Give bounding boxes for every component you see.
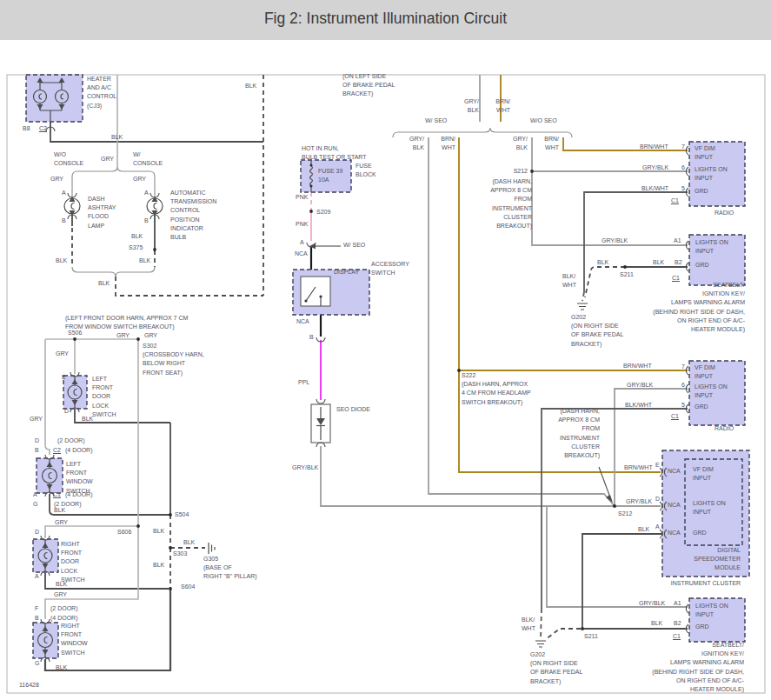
component-label-seatbelt-module: SEATBELT/ IGNITION KEY/ LAMPS WARNING AL… — [653, 281, 745, 334]
wire-label-gry: GRY — [55, 518, 68, 527]
pin-label-lights-on: LIGHTS ON INPUT — [695, 383, 728, 400]
wire-label-brnwht: BRN/WHT — [624, 463, 653, 472]
wire-label-blk: BLK — [82, 415, 93, 423]
splice-s211: S211 — [620, 270, 634, 279]
wire-label-gry: GRY — [101, 155, 114, 163]
wire-label-gry: GRY — [54, 590, 67, 599]
wire-label-gryblk: GRY/BLK — [292, 463, 318, 472]
pin-label-lights-on: LIGHTS ON INPUT — [695, 165, 728, 183]
pin-label-vf-dim: VF DIM INPUT — [695, 363, 715, 381]
pin-label-lights-on: LIGHTS ON INPUT — [695, 238, 728, 256]
terminal-d: D — [64, 407, 69, 416]
wire-label-pnk: PNK — [296, 193, 308, 202]
terminal-d: D — [35, 528, 39, 537]
wire-label-blk: BLK — [56, 663, 67, 672]
connector-c1: C1 — [673, 632, 681, 641]
wire-label-blk: BLK — [638, 525, 649, 534]
label-2door: (2 DOOR) — [57, 437, 85, 445]
branch-label-w-console: W/ CONSOLE — [133, 150, 163, 168]
pin-a1: A1 — [674, 237, 681, 245]
wire-label-blk: BLK — [111, 133, 123, 142]
wire-label-pnk: PNK — [296, 220, 308, 229]
component-label-dash-lamp: DASH ASHTRAY FLOOD LAMP — [88, 195, 116, 230]
splice-s375: S375 — [129, 243, 143, 252]
component-label-display: DISPLAY — [334, 268, 359, 277]
branch-label-wo-console: W/O CONSOLE — [54, 150, 83, 168]
wire-label-blkwht: BLK/WHT — [641, 184, 668, 193]
connector-c1: C1 — [671, 412, 679, 421]
page: Fig 2: Instrument Illumination Circuit — [0, 0, 771, 700]
splice-s212: S212 — [618, 510, 632, 518]
terminal-e: E — [62, 373, 66, 382]
component-label-right-door-lock: RIGHT FRONT DOOR LOCK SWITCH — [61, 540, 85, 584]
connector-c1: C1 — [53, 490, 61, 499]
wire-label-blk: BLK — [131, 232, 143, 241]
wire-label-nca: NCA — [668, 529, 681, 537]
pin-label-grd: GRD — [693, 529, 707, 537]
terminal-b: B — [309, 333, 314, 342]
wire-label-blkwht: BLK/ WHT — [562, 272, 576, 290]
pin-6: 6 — [681, 163, 685, 172]
note-g305: G305 (BASE OF RIGHT "B" PILLAR) — [203, 555, 257, 582]
power-label-hot-in-run: HOT IN RUN, BULB TEST OR START — [302, 144, 367, 162]
terminal-d: D — [35, 437, 39, 445]
pin-a1: A1 — [674, 599, 681, 608]
pin-label-grd: GRD — [695, 261, 709, 270]
pin-5: 5 — [681, 401, 685, 410]
splice-s506: S506 — [68, 329, 82, 337]
splice-s606: S606 — [117, 528, 131, 537]
component-label-seatbelt-module: SEATBELT/ IGNITION KEY/ LAMPS WARNING AL… — [652, 641, 744, 694]
wire-label-gryblk: GRY/ BLK — [409, 135, 424, 152]
pin-7: 7 — [681, 363, 685, 371]
pin-6: 6 — [681, 381, 685, 390]
wire-label-gry: GRY — [133, 175, 146, 183]
wire-label-gryblk: GRY/ BLK — [513, 135, 528, 152]
wire-label-blk: BLK — [153, 527, 164, 536]
label-2door: (2 DOOR) — [50, 604, 78, 613]
wire-label-gryblk: GRY/BLK — [602, 237, 628, 245]
label-4door: (4 DOOR) — [65, 490, 93, 499]
component-label-left-door-lock: LEFT FRONT DOOR LOCK SWITCH — [92, 375, 116, 419]
note-s222: S222 (DASH HARN, APPROX 4 CM FROM HEADLA… — [462, 371, 531, 407]
note-s212: (DASH HARN, APPROX 8 CM FROM INSTRUMENT … — [490, 177, 532, 230]
wire-label-blk: BLK — [597, 258, 608, 267]
terminal-a: A — [300, 238, 304, 247]
component-label-fuse39: FUSE 39 10A — [318, 167, 342, 184]
wire-label-brnwht: BRN/ WHT — [441, 135, 455, 152]
wire-label-nca: NCA — [295, 250, 308, 258]
trans-indicator-bulb-icon — [147, 197, 163, 216]
terminal-a: A — [655, 523, 660, 531]
terminal-f: F — [35, 604, 38, 613]
pin-label-grd: GRD — [695, 403, 708, 411]
wire-label-blk: BLK — [245, 82, 256, 90]
ground-g202-bottom-icon — [535, 641, 546, 647]
wire-label-gry: GRY — [56, 350, 69, 358]
component-label-seo-diode: SEO DIODE — [336, 405, 370, 414]
wire-label-brnwht: BRN/ WHT — [544, 135, 559, 152]
splice-s209: S209 — [316, 208, 330, 217]
terminal-b: B — [62, 217, 66, 225]
component-label-fuse-block: FUSE BLOCK — [356, 162, 376, 179]
wire-label-gry: GRY — [50, 175, 63, 183]
wire-label-nca: NCA — [668, 501, 681, 510]
pin-b2: B2 — [675, 258, 682, 267]
wire-label-brnwht: BRN/WHT — [640, 143, 668, 151]
right-section-wires — [393, 75, 688, 639]
ground-g202-top-icon — [577, 303, 588, 310]
connector-c2: C2 — [53, 446, 61, 455]
note-s302: S302 (CROSSBODY HARN, BELOW RIGHT FRONT … — [143, 342, 204, 377]
pin-7: 7 — [681, 143, 685, 151]
wire-label-brnwht: BRN/WHT — [623, 362, 652, 370]
connector-c2: C2 — [39, 124, 47, 133]
wire-label-blk: BLK — [183, 538, 195, 547]
wire-label-blkwht: BLK/WHT — [625, 401, 652, 410]
pin-label-lights-on: LIGHTS ON INPUT — [693, 499, 726, 517]
wire-label-blk: BLK — [56, 257, 67, 265]
option-label-wo-seo: W/O SEO — [530, 117, 557, 125]
terminal-d: D — [655, 495, 660, 503]
wire-label-gryblk: GRY/ BLK — [464, 97, 479, 115]
terminal-a: A — [62, 189, 66, 197]
component-label-trans-bulb: AUTOMATIC TRANSMISSION CONTROL POSITION … — [170, 189, 216, 242]
wire-label-gry: GRY — [30, 415, 43, 423]
note-g202: G202 (ON RIGHT SIDE OF BRAKE PEDAL BRACK… — [530, 650, 582, 686]
